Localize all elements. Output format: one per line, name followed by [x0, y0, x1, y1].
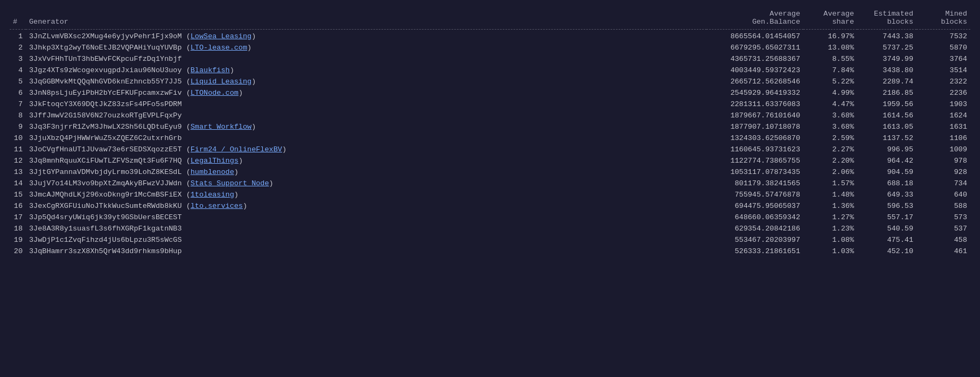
generator-link[interactable]: Liquid Leasing: [191, 78, 251, 86]
row-mined-blocks: 5870: [916, 42, 970, 53]
row-generator: 3JnN8psLjuEyiPbH2bYcEFKUFpcamxzwFiv (LTO…: [26, 87, 706, 99]
generator-link[interactable]: LTO-lease.com: [191, 44, 247, 52]
row-generator: 3JnZLvmVBXsc2XMug4e6yjyvPehr1Fjx9oM (Low…: [26, 31, 706, 42]
row-mined-blocks: 537: [916, 223, 970, 234]
generator-address: 3JoCVgfHnaUT1JUvaw73e6rSEDSXqozzE5T: [29, 145, 182, 153]
row-balance: 629354.20842186: [706, 223, 803, 234]
table-row: 163JexCgRXGFUiuNoJTkkWucSumteRWdb8kKU (l…: [10, 200, 970, 212]
row-num: 20: [10, 246, 26, 257]
col-header-generator: Generator: [26, 5, 706, 30]
col-header-est: Estimated blocks: [857, 5, 916, 30]
table-row: 53JqGGBMvkMtQQqNhGVD6knEzhncb55Y7JJ5 (Li…: [10, 76, 970, 87]
row-share: 2.20%: [803, 155, 857, 166]
row-balance: 526333.21861651: [706, 246, 803, 257]
row-share: 1.23%: [803, 223, 857, 234]
row-balance: 1877907.10718078: [706, 121, 803, 132]
generator-address: 3JnN8psLjuEyiPbH2bYcEFKUFpcamxzwFiv: [29, 89, 182, 97]
row-mined-blocks: 1009: [916, 144, 970, 155]
table-row: 133JjtGYPannaVDMvbjdyLrmo39LohZ8KESdL (h…: [10, 166, 970, 178]
row-mined-blocks: 640: [916, 189, 970, 200]
row-est-blocks: 1959.56: [857, 99, 916, 110]
generator-address: 3JexCgRXGFUiuNoJTkkWucSumteRWdb8kKU: [29, 202, 182, 210]
generator-address: 3JwDjP1c1ZvqFihzd4jUs6bLpzu3R5sWcGS: [29, 236, 182, 244]
generator-address: 3JkFtoqcY3X69DQtJkZ83zsFs4PFo5sPDRM: [29, 100, 182, 108]
row-balance: 2665712.56268546: [706, 76, 803, 87]
generator-link[interactable]: 1toleasing: [191, 191, 234, 199]
generator-address: 3JmcAJMQhdLKj296xoDkng9r1McCmBSFiEX: [29, 191, 182, 199]
row-share: 8.55%: [803, 53, 857, 65]
row-balance: 6679295.65027311: [706, 42, 803, 53]
row-share: 3.68%: [803, 121, 857, 132]
row-est-blocks: 7443.38: [857, 31, 916, 42]
generator-address: 3JqGGBMvkMtQQqNhGVD6knEzhncb55Y7JJ5: [29, 78, 182, 86]
col-header-share: Average share: [803, 5, 857, 30]
row-mined-blocks: 1903: [916, 99, 970, 110]
row-generator: 3JqGGBMvkMtQQqNhGVD6knEzhncb55Y7JJ5 (Liq…: [26, 76, 706, 87]
table-row: 23Jhkp3Xtg2wyT6NoEtJB2VQPAHiYuqYUVBp (LT…: [10, 42, 970, 53]
row-share: 1.27%: [803, 212, 857, 223]
row-share: 2.06%: [803, 166, 857, 178]
table-row: 153JmcAJMQhdLKj296xoDkng9r1McCmBSFiEX (1…: [10, 189, 970, 200]
row-est-blocks: 1613.05: [857, 121, 916, 132]
row-balance: 553467.20203997: [706, 234, 803, 246]
row-generator: 3JjtGYPannaVDMvbjdyLrmo39LohZ8KESdL (hum…: [26, 166, 706, 178]
generator-link[interactable]: Stats Support Node: [191, 179, 269, 187]
row-num: 11: [10, 144, 26, 155]
row-num: 6: [10, 87, 26, 99]
row-est-blocks: 452.10: [857, 246, 916, 257]
generator-link[interactable]: LowSea Leasing: [191, 32, 251, 40]
row-num: 19: [10, 234, 26, 246]
row-generator: 3Jq3F3njrrR1ZvM3JhwLX2Sh56LQDtuEyu9 (Sma…: [26, 121, 706, 132]
row-num: 4: [10, 65, 26, 76]
generator-link[interactable]: lto.services: [191, 202, 243, 210]
row-mined-blocks: 3514: [916, 65, 970, 76]
table-row: 203JqBHamrr3szX8Xh5QrW43dd9rhkms9bHup526…: [10, 246, 970, 257]
row-est-blocks: 2289.74: [857, 76, 916, 87]
row-generator: 3JujV7o14LM3vo9bpXtZmqAkyBFwzVJJWdn (Sta…: [26, 178, 706, 189]
row-mined-blocks: 3764: [916, 53, 970, 65]
row-num: 5: [10, 76, 26, 87]
row-mined-blocks: 978: [916, 155, 970, 166]
row-generator: 3JkFtoqcY3X69DQtJkZ83zsFs4PFo5sPDRM: [26, 99, 706, 110]
row-est-blocks: 1614.56: [857, 110, 916, 121]
generator-address: 3JnZLvmVBXsc2XMug4e6yjyvPehr1Fjx9oM: [29, 32, 182, 40]
generator-link[interactable]: Smart Workflow: [191, 123, 251, 131]
generator-link[interactable]: humblenode: [191, 168, 234, 176]
row-mined-blocks: 1106: [916, 132, 970, 144]
row-generator: 3JjuXbzQ4PjHWWrWuZ5xZQEZ6C2utxrhGrb: [26, 132, 706, 144]
row-share: 4.47%: [803, 99, 857, 110]
row-balance: 1122774.73865755: [706, 155, 803, 166]
row-generator: 3JxVvFHhTUnT3hbEWvFCKpcuFfzDq1Ynbjf: [26, 53, 706, 65]
table-row: 43Jgz4XTs9zWcogexvugpdJxiau96NoU3uoy (Bl…: [10, 65, 970, 76]
row-balance: 1324303.62506870: [706, 132, 803, 144]
generator-link[interactable]: Firm24 / OnlineFlexBV: [191, 145, 282, 153]
generator-link[interactable]: LegalThings: [191, 157, 239, 165]
generator-address: 3Jp5Qd4sryUWiq6jk39yt9GSbUersBECEST: [29, 213, 182, 221]
col-header-balance: Average Gen.Balance: [706, 5, 803, 30]
row-generator: 3Jhkp3Xtg2wyT6NoEtJB2VQPAHiYuqYUVBp (LTO…: [26, 42, 706, 53]
row-balance: 4003449.59372423: [706, 65, 803, 76]
row-est-blocks: 475.41: [857, 234, 916, 246]
row-mined-blocks: 458: [916, 234, 970, 246]
row-num: 18: [10, 223, 26, 234]
row-share: 2.27%: [803, 144, 857, 155]
row-num: 3: [10, 53, 26, 65]
row-generator: 3JoCVgfHnaUT1JUvaw73e6rSEDSXqozzE5T (Fir…: [26, 144, 706, 155]
row-balance: 2281311.63376083: [706, 99, 803, 110]
row-mined-blocks: 2322: [916, 76, 970, 87]
generator-link[interactable]: LTONode.com: [191, 89, 239, 97]
generator-link[interactable]: Blaukfish: [191, 66, 230, 74]
row-generator: 3JmcAJMQhdLKj296xoDkng9r1McCmBSFiEX (1to…: [26, 189, 706, 200]
row-num: 16: [10, 200, 26, 212]
row-balance: 801179.38241565: [706, 178, 803, 189]
col-header-mined: Mined blocks: [916, 5, 970, 30]
table-row: 113JoCVgfHnaUT1JUvaw73e6rSEDSXqozzE5T (F…: [10, 144, 970, 155]
row-num: 9: [10, 121, 26, 132]
row-balance: 8665564.01454057: [706, 31, 803, 42]
row-generator: 3Jgz4XTs9zWcogexvugpdJxiau96NoU3uoy (Bla…: [26, 65, 706, 76]
row-mined-blocks: 1631: [916, 121, 970, 132]
row-share: 16.97%: [803, 31, 857, 42]
row-generator: 3JffJmwV2G158V6N27ouzkoRTgEVPLFqxPy: [26, 110, 706, 121]
row-generator: 3Jp5Qd4sryUWiq6jk39yt9GSbUersBECEST: [26, 212, 706, 223]
row-balance: 648660.06359342: [706, 212, 803, 223]
